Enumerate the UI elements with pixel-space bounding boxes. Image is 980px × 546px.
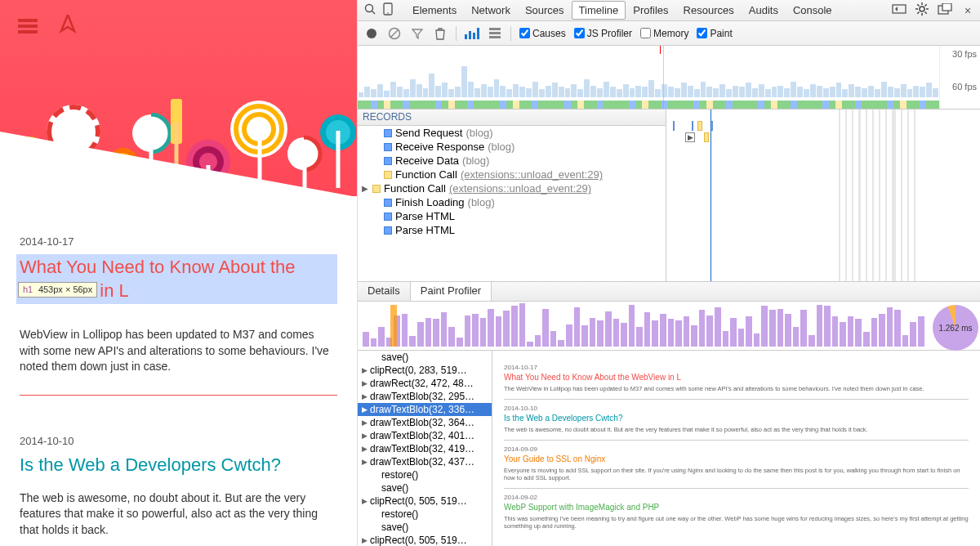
draw-log[interactable]: save()▶clipRect(0, 283, 519…▶drawRect(32… xyxy=(358,351,492,546)
drawlog-row[interactable]: restore() xyxy=(358,468,492,481)
drawlog-row[interactable]: ▶clipRect(0, 505, 519… xyxy=(358,534,492,546)
gc-icon[interactable] xyxy=(433,26,448,41)
page-preview: 2014-10-17 What You Need to Know About t… xyxy=(0,0,357,546)
inspect-icon[interactable] xyxy=(363,3,377,17)
drawlog-row[interactable]: ▶clipRect(0, 283, 519… xyxy=(358,364,492,377)
settings-icon[interactable] xyxy=(915,2,929,18)
bottom-tabs: DetailsPaint Profiler xyxy=(358,282,980,302)
hero-illustration xyxy=(0,49,357,196)
drawlog-row[interactable]: save() xyxy=(358,481,492,495)
hero-banner xyxy=(0,0,357,196)
paint-duration-pie: 1.262 ms xyxy=(933,305,978,351)
post-title[interactable]: Is the Web a Developers Cwtch? xyxy=(20,454,337,477)
tab-audits[interactable]: Audits xyxy=(742,1,786,20)
paint-profiler-chart[interactable]: 1.262 ms xyxy=(358,302,980,351)
js-profiler-checkbox[interactable]: JS Profiler xyxy=(574,28,632,39)
svg-line-26 xyxy=(925,12,927,14)
post-divider xyxy=(20,395,337,396)
drawlog-row[interactable]: ▶drawRect(32, 472, 48… xyxy=(358,377,492,390)
tab-timeline[interactable]: Timeline xyxy=(572,1,626,20)
records-list[interactable]: Send Request (blog) Receive Response (bl… xyxy=(358,126,666,281)
device-icon[interactable] xyxy=(381,2,395,18)
tab-sources[interactable]: Sources xyxy=(518,1,572,20)
svg-line-32 xyxy=(390,29,399,38)
devtools-header: ElementsNetworkSourcesTimelineProfilesRe… xyxy=(358,0,980,21)
svg-point-20 xyxy=(920,7,924,11)
post-date: 2014-10-10 xyxy=(20,435,337,447)
bottom-tab-paint-profiler[interactable]: Paint Profiler xyxy=(411,282,492,301)
dock-icon[interactable] xyxy=(938,3,952,17)
drawlog-row[interactable]: save() xyxy=(358,351,492,364)
post-body: The web is awesome, no doubt about it. B… xyxy=(20,490,337,539)
view-list-icon[interactable] xyxy=(488,26,502,41)
filter-icon[interactable] xyxy=(410,26,425,41)
record-row[interactable]: Parse HTML xyxy=(358,223,666,237)
location-icon[interactable] xyxy=(59,15,77,39)
record-row[interactable]: Parse HTML xyxy=(358,209,666,223)
record-button[interactable] xyxy=(364,26,379,41)
record-row[interactable]: ▶ Function Call (extensions::unload_even… xyxy=(358,181,666,195)
svg-line-28 xyxy=(917,12,919,14)
svg-point-0 xyxy=(6,137,51,183)
tab-console[interactable]: Console xyxy=(786,1,840,20)
svg-rect-19 xyxy=(893,5,906,13)
paint-preview: 2014-10-17What You Need to Know About th… xyxy=(492,351,980,546)
record-row[interactable]: Send Request (blog) xyxy=(358,126,666,140)
drawer-icon[interactable] xyxy=(892,4,906,16)
record-row[interactable]: Finish Loading (blog) xyxy=(358,195,666,209)
tab-network[interactable]: Network xyxy=(464,1,518,20)
record-row[interactable]: Receive Response (blog) xyxy=(358,140,666,154)
svg-line-25 xyxy=(917,4,919,6)
play-button[interactable]: ▶ xyxy=(685,132,695,142)
svg-point-18 xyxy=(387,12,389,14)
drawlog-row[interactable]: ▶drawTextBlob(32, 419… xyxy=(358,442,492,455)
drawlog-row[interactable]: ▶drawTextBlob(32, 437… xyxy=(358,455,492,468)
tab-profiles[interactable]: Profiles xyxy=(626,1,675,20)
devtools-tabs: ElementsNetworkSourcesTimelineProfilesRe… xyxy=(405,1,840,20)
flame-chart[interactable]: ▶ xyxy=(666,110,980,281)
drawlog-row[interactable]: ▶drawTextBlob(32, 295… xyxy=(358,390,492,403)
drawlog-row[interactable]: restore() xyxy=(358,508,492,521)
timeline-toolbar: Causes JS Profiler Memory Paint xyxy=(358,21,980,46)
devtools-panel: ElementsNetworkSourcesTimelineProfilesRe… xyxy=(357,0,980,546)
paint-profiler: 1.262 ms save()▶clipRect(0, 283, 519…▶dr… xyxy=(358,302,980,546)
bottom-tab-details[interactable]: Details xyxy=(358,282,411,301)
clear-button[interactable] xyxy=(387,26,402,41)
record-row[interactable]: Function Call (extensions::unload_event:… xyxy=(358,168,666,181)
hamburger-icon[interactable] xyxy=(18,19,38,34)
post-date: 2014-10-17 xyxy=(20,235,337,248)
inspector-tooltip: h1 453px × 56px xyxy=(18,282,97,298)
causes-checkbox[interactable]: Causes xyxy=(519,28,566,39)
paint-checkbox[interactable]: Paint xyxy=(697,28,732,39)
tab-resources[interactable]: Resources xyxy=(676,1,742,20)
drawlog-row[interactable]: ▶drawTextBlob(32, 401… xyxy=(358,429,492,442)
svg-point-3 xyxy=(113,153,134,174)
records-column: RECORDS Send Request (blog) Receive Resp… xyxy=(358,110,666,281)
timeline-overview[interactable]: 30 fps 60 fps xyxy=(358,46,980,110)
fps-legend: 30 fps 60 fps xyxy=(939,46,980,109)
close-icon[interactable]: × xyxy=(960,4,975,17)
blog-content: 2014-10-17 What You Need to Know About t… xyxy=(0,235,357,546)
drawlog-row[interactable]: save() xyxy=(358,521,492,534)
bottom-drawer: DetailsPaint Profiler 1.262 ms save()▶cl… xyxy=(358,281,980,546)
svg-line-16 xyxy=(372,11,375,14)
svg-line-27 xyxy=(925,4,927,6)
drawlog-row[interactable]: ▶drawTextBlob(32, 364… xyxy=(358,416,492,429)
memory-checkbox[interactable]: Memory xyxy=(640,28,688,39)
records-header: RECORDS xyxy=(358,110,666,126)
post-body: WebView in Lollipop has been updated to … xyxy=(20,327,337,375)
record-row[interactable]: Receive Data (blog) xyxy=(358,154,666,168)
svg-rect-30 xyxy=(942,3,951,11)
drawlog-row[interactable]: ▶clipRect(0, 505, 519… xyxy=(358,495,492,508)
view-bars-icon[interactable] xyxy=(465,26,479,41)
tab-elements[interactable]: Elements xyxy=(405,1,464,20)
drawlog-row[interactable]: ▶drawTextBlob(32, 336… xyxy=(358,403,492,416)
